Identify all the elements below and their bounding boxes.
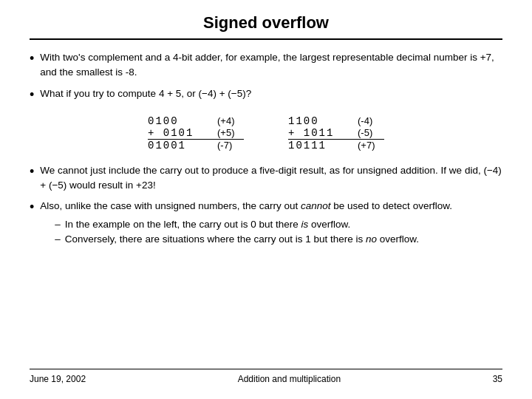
slide: Signed overflow • With two's complement … [0,0,532,399]
math-section: 0100 (+4) + 0101 (+5) 01001 (-7) 1100 (-… [30,115,502,151]
bullet-text-2: What if you try to compute 4 + 5, or (−4… [40,86,502,101]
math-right-r2-label: (-5) [358,127,384,139]
sub-bullet-text-1: In the example on the left, the carry ou… [65,217,350,232]
bullet-icon-2: • [30,86,34,103]
bullet-text-3: We cannot just include the carry out to … [40,163,502,194]
sub-bullet-2: – Conversely, there are situations where… [55,232,502,247]
content-area: • With two's complement and a 4-bit adde… [30,50,502,369]
footer: June 19, 2002 Addition and multiplicatio… [30,369,502,384]
math-left-block: 0100 (+4) + 0101 (+5) 01001 (-7) [148,115,244,151]
math-right-r2-prefix: + 1011 [288,127,334,139]
math-right-row2: + 1011 (-5) [288,127,384,139]
math-right-r3-label: (+7) [358,140,384,151]
math-left-row2: + 0101 (+5) [148,127,244,139]
math-right-r3-code: 10111 [288,140,327,151]
math-right-row1: 1100 (-4) [288,115,384,127]
math-right-block: 1100 (-4) + 1011 (-5) 10111 (+7) [288,115,384,151]
footer-date: June 19, 2002 [30,374,86,384]
sub-bullets: – In the example on the left, the carry … [40,217,502,248]
sub-bullet-text-2: Conversely, there are situations where t… [65,232,419,247]
math-left-r3-code: 01001 [148,140,186,151]
bullet-4: • Also, unlike the case with unsigned nu… [30,199,502,247]
math-left-r2-label: (+5) [217,127,244,139]
footer-page: 35 [493,374,502,384]
math-right-row3: 10111 (+7) [288,140,384,151]
math-left-r1-code: 0100 [148,115,179,127]
bullet-text-1: With two's complement and a 4-bit adder,… [40,50,502,81]
math-left-r2-prefix: + 0101 [148,127,194,139]
math-left-r1-label: (+4) [217,115,244,127]
slide-title: Signed overflow [30,13,502,33]
bullet-icon-3: • [30,163,34,180]
bullet-icon-4: • [30,199,34,216]
bullet-icon-1: • [30,50,34,67]
sub-bullet-1: – In the example on the left, the carry … [55,217,502,232]
math-left-row3: 01001 (-7) [148,140,244,151]
dash-icon-2: – [55,232,61,247]
footer-center: Addition and multiplication [238,374,341,384]
bullet-1: • With two's complement and a 4-bit adde… [30,50,502,81]
title-area: Signed overflow [30,0,502,40]
bullet-text-4: Also, unlike the case with unsigned numb… [40,199,502,247]
math-right-r1-code: 1100 [288,115,319,127]
math-right-r1-label: (-4) [358,115,384,127]
math-left-row1: 0100 (+4) [148,115,244,127]
bullet-3: • We cannot just include the carry out t… [30,163,502,194]
bullet-2: • What if you try to compute 4 + 5, or (… [30,86,502,103]
dash-icon-1: – [55,217,61,232]
math-left-r3-label: (-7) [217,140,244,151]
